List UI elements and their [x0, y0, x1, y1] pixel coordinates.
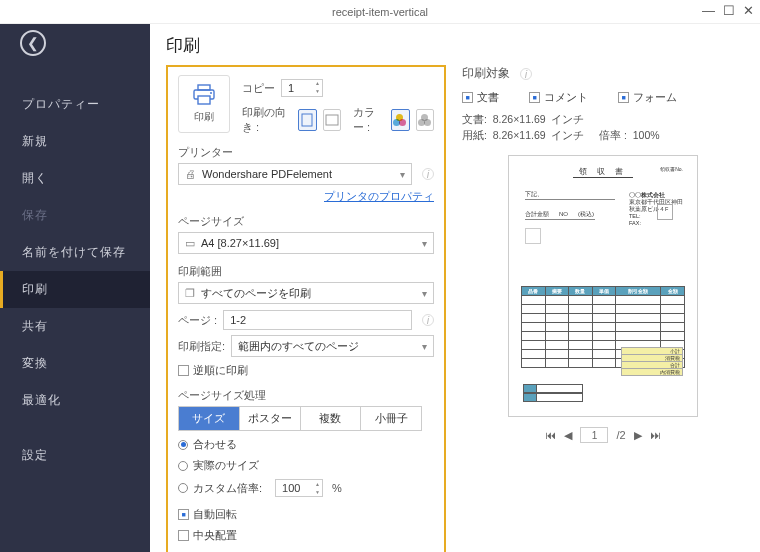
pager-current-input[interactable]: 1: [580, 427, 608, 443]
auto-rotate-checkbox[interactable]: 自動回転: [178, 507, 434, 522]
page-title: 印刷: [166, 34, 744, 57]
sidebar-item-optimize[interactable]: 最適化: [0, 382, 150, 419]
print-range-dropdown[interactable]: ❐ すべてのページを印刷: [178, 282, 434, 304]
sidebar: ❮ プロパティー 新規 開く 保存 名前を付けて保存 印刷 共有 変換 最適化 …: [0, 24, 150, 552]
sidebar-item-save-as[interactable]: 名前を付けて保存: [0, 234, 150, 271]
radio-actual[interactable]: 実際のサイズ: [178, 458, 434, 473]
maximize-icon[interactable]: ☐: [723, 3, 735, 18]
page-label: ページ :: [178, 313, 217, 328]
info-icon[interactable]: i: [520, 68, 532, 80]
print-preview: 領 収 書 領収書No. 下記、 合計金額 NO (税込) 〇〇株式会社東京都千…: [508, 155, 698, 417]
page-input[interactable]: 1-2: [223, 310, 412, 330]
print-button[interactable]: 印刷: [178, 75, 230, 133]
tab-size[interactable]: サイズ: [179, 407, 240, 430]
main-panel: 印刷 印刷 コピー 1 印刷の向き :: [150, 24, 760, 552]
sidebar-item-open[interactable]: 開く: [0, 160, 150, 197]
print-button-label: 印刷: [194, 110, 214, 124]
info-icon[interactable]: i: [422, 314, 434, 326]
sidebar-item-convert[interactable]: 変換: [0, 345, 150, 382]
custom-scale-stepper[interactable]: 100: [275, 479, 323, 497]
size-handling-tabs: サイズ ポスター 複数 小冊子: [178, 406, 422, 431]
svg-rect-4: [302, 114, 312, 126]
orientation-landscape-button[interactable]: [323, 109, 341, 131]
orientation-label: 印刷の向き :: [242, 105, 292, 135]
print-target-header: 印刷対象: [462, 65, 510, 82]
reverse-order-checkbox[interactable]: 逆順に印刷: [178, 363, 434, 378]
copies-label: コピー: [242, 81, 275, 96]
color-mode-gray-button[interactable]: [416, 109, 434, 131]
info-icon[interactable]: i: [422, 168, 434, 180]
print-target-panel: 印刷対象 i 文書 コメント フォーム 文書: 8.26×11.69 インチ 用…: [462, 65, 744, 552]
svg-rect-0: [198, 85, 210, 90]
pager-total: /2: [616, 429, 625, 441]
close-icon[interactable]: ✕: [743, 3, 754, 18]
sidebar-item-new[interactable]: 新規: [0, 123, 150, 160]
radio-fit[interactable]: 合わせる: [178, 437, 434, 452]
page-size-dropdown[interactable]: ▭ A4 [8.27×11.69]: [178, 232, 434, 254]
page-icon: ▭: [185, 237, 195, 250]
pager-last-icon[interactable]: ⏭: [650, 429, 661, 441]
minimize-icon[interactable]: —: [702, 3, 715, 18]
pager-next-icon[interactable]: ▶: [634, 429, 642, 442]
pager-first-icon[interactable]: ⏮: [545, 429, 556, 441]
sidebar-item-share[interactable]: 共有: [0, 308, 150, 345]
sidebar-item-properties[interactable]: プロパティー: [0, 86, 150, 123]
svg-rect-2: [198, 96, 210, 104]
back-button[interactable]: ❮: [20, 30, 46, 56]
sidebar-item-settings[interactable]: 設定: [0, 437, 150, 474]
pager-prev-icon[interactable]: ◀: [564, 429, 572, 442]
target-form-checkbox[interactable]: フォーム: [618, 90, 677, 105]
target-comment-checkbox[interactable]: コメント: [529, 90, 588, 105]
tab-booklet[interactable]: 小冊子: [361, 407, 421, 430]
printer-small-icon: 🖨: [185, 168, 196, 180]
copies-stepper[interactable]: 1: [281, 79, 323, 97]
printer-icon: [192, 84, 216, 106]
dimensions-info: 文書: 8.26×11.69 インチ 用紙: 8.26×11.69 インチ 倍率…: [462, 111, 744, 143]
printer-properties-link[interactable]: プリンタのプロパティ: [178, 189, 434, 204]
preview-pager: ⏮ ◀ 1 /2 ▶ ⏭: [462, 427, 744, 443]
print-spec-label: 印刷指定:: [178, 339, 225, 354]
center-checkbox[interactable]: 中央配置: [178, 528, 434, 543]
radio-custom[interactable]: カスタム倍率: 100 %: [178, 479, 434, 497]
page-size-section-label: ページサイズ: [178, 214, 434, 229]
preview-doc-title: 領 収 書: [573, 166, 633, 178]
window-titlebar: receipt-item-vertical — ☐ ✕: [0, 0, 760, 24]
print-range-section-label: 印刷範囲: [178, 264, 434, 279]
pages-icon: ❐: [185, 287, 195, 300]
print-spec-dropdown[interactable]: 範囲内のすべてのページ: [231, 335, 434, 357]
sidebar-item-save: 保存: [0, 197, 150, 234]
sidebar-item-print[interactable]: 印刷: [0, 271, 150, 308]
svg-rect-5: [326, 115, 338, 125]
size-handling-section-label: ページサイズ処理: [178, 388, 434, 403]
svg-point-3: [210, 92, 212, 94]
window-title: receipt-item-vertical: [332, 6, 428, 18]
orientation-portrait-button[interactable]: [298, 109, 316, 131]
print-settings-panel: 印刷 コピー 1 印刷の向き : カラー :: [166, 65, 446, 552]
color-mode-color-button[interactable]: [391, 109, 409, 131]
color-label: カラー :: [353, 105, 385, 135]
target-document-checkbox[interactable]: 文書: [462, 90, 499, 105]
printer-section-label: プリンター: [178, 145, 434, 160]
tab-multiple[interactable]: 複数: [301, 407, 362, 430]
printer-dropdown[interactable]: 🖨 Wondershare PDFelement: [178, 163, 412, 185]
tab-poster[interactable]: ポスター: [240, 407, 301, 430]
